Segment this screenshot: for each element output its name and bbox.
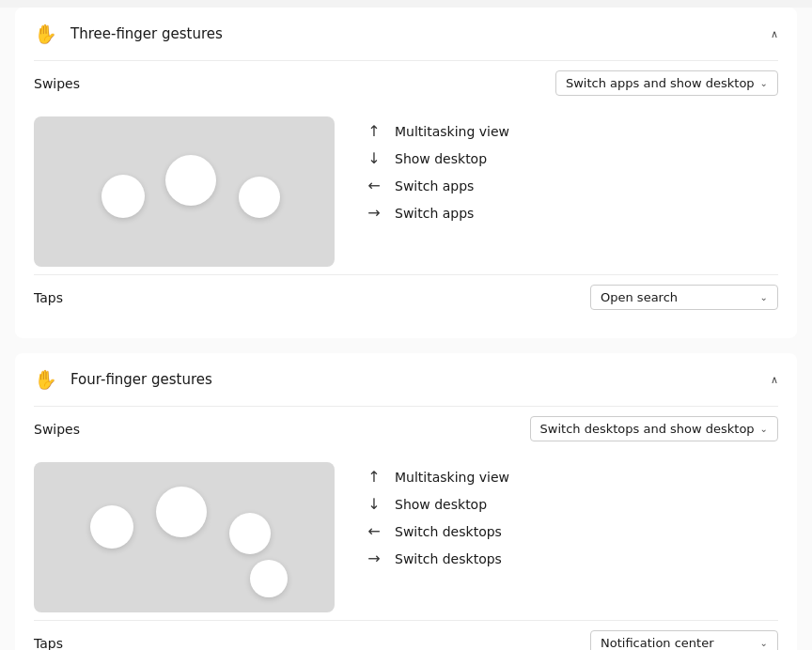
- four-finger-section-header[interactable]: ✋ Four-finger gestures ∧: [15, 353, 797, 406]
- four-finger-taps-row: Taps Notification center ⌄: [34, 620, 778, 650]
- three-finger-action-down: ↓ Show desktop: [365, 149, 509, 167]
- three-finger-dot-2: [165, 155, 216, 206]
- four-finger-taps-dropdown[interactable]: Notification center ⌄: [590, 630, 778, 650]
- arrow-up-icon: ↑: [365, 122, 383, 140]
- section-header-left: ✋ Three-finger gestures: [34, 23, 223, 45]
- four-finger-action-right: → Switch desktops: [365, 549, 509, 567]
- four-finger-taps-dropdown-chevron-icon: ⌄: [760, 638, 768, 648]
- three-finger-action-up-label: Multitasking view: [395, 124, 509, 139]
- four-finger-swipe-area: ↑ Multitasking view ↓ Show desktop ← Swi…: [34, 451, 778, 620]
- three-finger-taps-dropdown-chevron-icon: ⌄: [760, 292, 768, 302]
- four-finger-section-header-left: ✋ Four-finger gestures: [34, 368, 212, 391]
- four-finger-arrow-down-icon: ↓: [365, 495, 383, 513]
- arrow-down-icon: ↓: [365, 149, 383, 167]
- settings-page: ✋ Three-finger gestures ∧ Swipes Switch …: [0, 8, 812, 650]
- three-finger-taps-row: Taps Open search ⌄: [34, 274, 778, 319]
- four-finger-gesture-actions: ↑ Multitasking view ↓ Show desktop ← Swi…: [365, 462, 509, 567]
- three-finger-gesture-card: [34, 116, 335, 267]
- four-finger-swipes-dropdown[interactable]: Switch desktops and show desktop ⌄: [530, 416, 778, 441]
- three-finger-taps-dropdown[interactable]: Open search ⌄: [590, 285, 778, 310]
- four-finger-swipes-dropdown-text: Switch desktops and show desktop: [540, 422, 755, 436]
- four-finger-chevron-icon: ∧: [771, 374, 778, 386]
- three-finger-gesture-actions: ↑ Multitasking view ↓ Show desktop ← Swi…: [365, 116, 509, 222]
- four-finger-dot-4: [250, 560, 288, 597]
- three-finger-dot-3: [239, 177, 280, 218]
- four-finger-action-right-label: Switch desktops: [395, 551, 502, 566]
- three-finger-section: ✋ Three-finger gestures ∧ Swipes Switch …: [15, 8, 797, 338]
- three-finger-dot-1: [102, 175, 145, 218]
- four-finger-arrow-right-icon: →: [365, 549, 383, 567]
- three-finger-swipe-area: ↑ Multitasking view ↓ Show desktop ← Swi…: [34, 105, 778, 274]
- four-finger-dot-2: [156, 487, 207, 537]
- three-finger-section-header[interactable]: ✋ Three-finger gestures ∧: [15, 8, 797, 60]
- three-finger-swipes-dropdown-chevron-icon: ⌄: [760, 78, 768, 88]
- four-finger-swipes-label: Swipes: [34, 422, 80, 437]
- four-finger-action-left-label: Switch desktops: [395, 524, 502, 539]
- three-finger-action-right: → Switch apps: [365, 204, 509, 222]
- four-finger-arrow-up-icon: ↑: [365, 468, 383, 486]
- three-finger-swipes-row: Swipes Switch apps and show desktop ⌄: [34, 60, 778, 105]
- four-finger-taps-dropdown-text: Notification center: [601, 636, 714, 650]
- four-finger-action-down: ↓ Show desktop: [365, 495, 509, 513]
- four-finger-dot-1: [90, 505, 133, 549]
- four-finger-dot-3: [229, 513, 271, 554]
- three-finger-action-left-label: Switch apps: [395, 178, 474, 193]
- three-finger-action-right-label: Switch apps: [395, 206, 474, 221]
- three-finger-swipes-dropdown-text: Switch apps and show desktop: [566, 76, 755, 90]
- three-finger-action-up: ↑ Multitasking view: [365, 122, 509, 140]
- four-finger-gesture-card: [34, 462, 335, 612]
- three-finger-title: Three-finger gestures: [70, 25, 223, 42]
- four-finger-hand-icon: ✋: [34, 368, 57, 391]
- four-finger-section: ✋ Four-finger gestures ∧ Swipes Switch d…: [15, 353, 797, 650]
- four-finger-swipes-dropdown-chevron-icon: ⌄: [760, 424, 768, 434]
- four-finger-title: Four-finger gestures: [70, 371, 212, 388]
- four-finger-action-up: ↑ Multitasking view: [365, 468, 509, 486]
- four-finger-action-down-label: Show desktop: [395, 497, 487, 512]
- four-finger-action-left: ← Switch desktops: [365, 522, 509, 540]
- four-finger-action-up-label: Multitasking view: [395, 470, 509, 485]
- four-finger-arrow-left-icon: ←: [365, 522, 383, 540]
- three-finger-hand-icon: ✋: [34, 23, 57, 45]
- three-finger-swipes-dropdown[interactable]: Switch apps and show desktop ⌄: [555, 70, 778, 96]
- three-finger-action-down-label: Show desktop: [395, 151, 487, 166]
- four-finger-body: Swipes Switch desktops and show desktop …: [15, 406, 797, 650]
- arrow-left-icon: ←: [365, 177, 383, 194]
- four-finger-swipes-row: Swipes Switch desktops and show desktop …: [34, 406, 778, 451]
- three-finger-swipes-label: Swipes: [34, 76, 80, 91]
- three-finger-body: Swipes Switch apps and show desktop ⌄ ↑ …: [15, 60, 797, 338]
- three-finger-taps-label: Taps: [34, 290, 63, 305]
- three-finger-taps-dropdown-text: Open search: [601, 290, 678, 304]
- three-finger-action-left: ← Switch apps: [365, 177, 509, 194]
- four-finger-taps-label: Taps: [34, 636, 63, 651]
- three-finger-chevron-icon: ∧: [771, 28, 778, 40]
- arrow-right-icon: →: [365, 204, 383, 222]
